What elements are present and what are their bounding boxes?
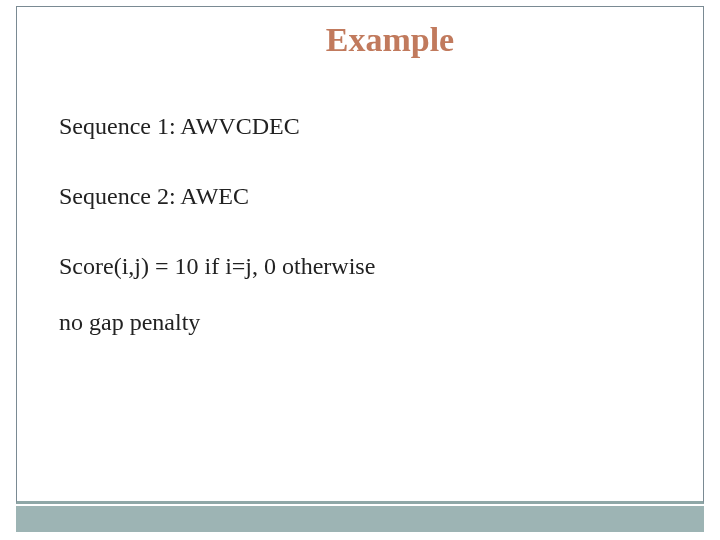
sequence-1: Sequence 1: AWVCDEC	[59, 111, 661, 141]
gap-penalty: no gap penalty	[59, 307, 661, 337]
slide-content: Sequence 1: AWVCDEC Sequence 2: AWEC Sco…	[17, 59, 703, 337]
slide-title: Example	[77, 21, 703, 59]
sequence-2: Sequence 2: AWEC	[59, 181, 661, 211]
footer-bar	[16, 506, 704, 532]
slide-frame: Example Sequence 1: AWVCDEC Sequence 2: …	[16, 6, 704, 504]
score-function: Score(i,j) = 10 if i=j, 0 otherwise	[59, 251, 661, 281]
